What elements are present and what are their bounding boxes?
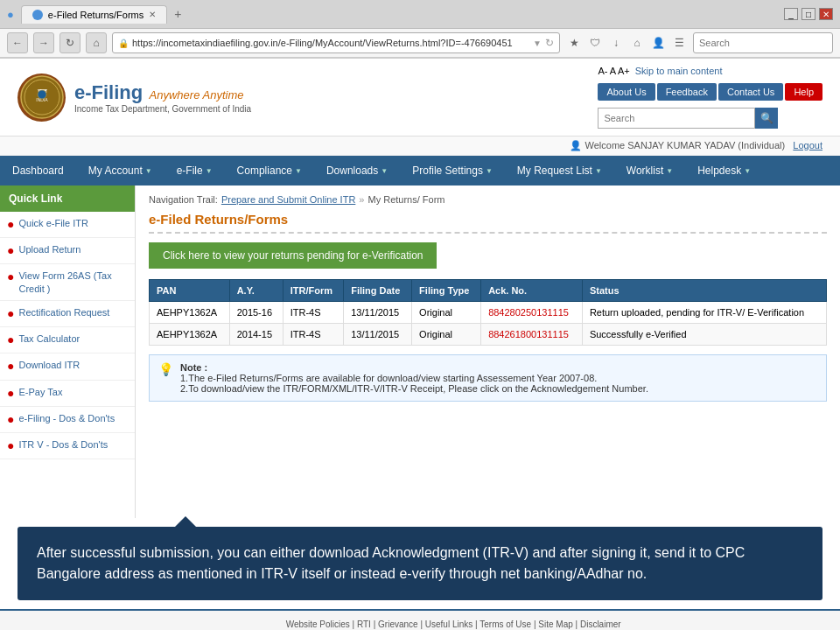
sidebar: Quick Link ● Quick e-File ITR ● Upload R… [0, 186, 136, 518]
footer-links: Website Policies | RTI | Grievance | Use… [260, 618, 648, 630]
nav-helpdesk[interactable]: Helpdesk ▼ [685, 156, 763, 186]
tooltip-text: After successful submission, you can eit… [37, 545, 745, 581]
svg-point-4 [38, 90, 46, 99]
logo-area: भारत INDIA e-Filing Anywhere Anytime Inc… [18, 74, 251, 122]
nav-arrow: ▼ [145, 167, 152, 175]
feedback-btn[interactable]: Feedback [657, 83, 717, 101]
nav-home-icon[interactable]: ⌂ [628, 34, 646, 52]
nav-icons: ★ 🛡 ↓ ⌂ 👤 ☰ [565, 34, 688, 52]
bullet-icon: ● [7, 358, 14, 374]
active-tab[interactable]: e-Filed Returns/Forms ✕ [21, 5, 167, 24]
sidebar-item-efiling-dos[interactable]: ● e-Filing - Dos & Don'ts [0, 407, 135, 433]
nav-worklist[interactable]: Worklist ▼ [614, 156, 685, 186]
cell-ack-no[interactable]: 884280250131115 [481, 302, 583, 324]
nav-my-account[interactable]: My Account ▼ [76, 156, 164, 186]
url-bar[interactable]: 🔒 https://incometaxindiaefiling.gov.in/e… [112, 32, 560, 53]
nav-profile-settings[interactable]: Profile Settings ▼ [400, 156, 505, 186]
sidebar-item-upload-return[interactable]: ● Upload Return [0, 238, 135, 264]
forward-btn[interactable]: → [33, 32, 54, 53]
contact-us-btn[interactable]: Contact Us [718, 83, 783, 101]
tooltip-arrow [175, 516, 196, 527]
sidebar-item-rectification[interactable]: ● Rectification Request [0, 301, 135, 327]
footer-link-terms[interactable]: Terms of Use [480, 620, 531, 629]
help-btn[interactable]: Help [785, 83, 822, 101]
col-ack-no: Ack. No. [481, 280, 583, 302]
website: भारत INDIA e-Filing Anywhere Anytime Inc… [0, 59, 840, 630]
browser-search-input[interactable] [693, 32, 833, 53]
shield-icon[interactable]: 🛡 [586, 34, 604, 52]
back-btn[interactable]: ← [7, 32, 28, 53]
page-title: e-Filed Returns/Forms [149, 212, 827, 234]
nav-arrow: ▼ [486, 167, 493, 175]
url-dropdown-icon[interactable]: ▼ [533, 38, 542, 48]
maximize-btn[interactable]: □ [802, 8, 816, 20]
site-subtitle: Income Tax Department, Government of Ind… [74, 104, 251, 114]
sidebar-item-download-itr[interactable]: ● Download ITR [0, 354, 135, 380]
bullet-icon: ● [7, 216, 14, 232]
sidebar-item-tax-calculator[interactable]: ● Tax Calculator [0, 327, 135, 354]
site-search-input[interactable] [598, 108, 755, 129]
nav-compliance[interactable]: Compliance ▼ [225, 156, 314, 186]
url-text: https://incometaxindiaefiling.gov.in/e-F… [132, 38, 529, 48]
nav-arrow: ▼ [666, 167, 673, 175]
sidebar-item-epay-tax[interactable]: ● E-Pay Tax [0, 381, 135, 407]
site-search-btn[interactable]: 🔍 [755, 108, 778, 129]
lock-icon: 🔒 [118, 38, 129, 48]
returns-table: PAN A.Y. ITR/Form Filing Date Filing Typ… [149, 279, 827, 346]
footer-link-disclaimer[interactable]: Disclaimer [580, 620, 621, 629]
url-refresh-icon[interactable]: ↻ [545, 37, 554, 49]
breadcrumb-link[interactable]: Prepare and Submit Online ITR [221, 194, 355, 205]
search-area: 🔍 [598, 108, 778, 129]
about-us-btn[interactable]: About Us [598, 83, 654, 101]
nav-efile[interactable]: e-File ▼ [164, 156, 225, 186]
note-content: Note : 1.The e-Filed Returns/Forms are a… [180, 362, 648, 394]
bullet-icon: ● [7, 269, 14, 284]
nav-arrow: ▼ [744, 167, 751, 175]
footer-link-policies[interactable]: Website Policies [286, 620, 350, 629]
breadcrumb-arrow: » [359, 194, 364, 205]
user-icon[interactable]: 👤 [649, 34, 667, 52]
browser-logo: ● [7, 8, 14, 21]
minimize-btn[interactable]: _ [784, 8, 798, 20]
skip-link[interactable]: Skip to main content [635, 66, 723, 76]
sidebar-item-itrv-dos[interactable]: ● ITR V - Dos & Don'ts [0, 433, 135, 459]
logo-emblem: भारत INDIA [18, 74, 66, 122]
home-btn[interactable]: ⌂ [86, 32, 107, 53]
cell-status: Return uploaded, pending for ITR-V/ E-Ve… [582, 302, 826, 324]
footer-link-grievance[interactable]: Grievance [378, 620, 418, 629]
reload-btn[interactable]: ↻ [60, 32, 80, 53]
main-content: Navigation Trail: Prepare and Submit Onl… [136, 186, 840, 518]
new-tab-btn[interactable]: + [167, 4, 188, 24]
nav-downloads[interactable]: Downloads ▼ [314, 156, 400, 186]
footer-link-useful[interactable]: Useful Links [425, 620, 472, 629]
tab-close-btn[interactable]: ✕ [149, 10, 156, 19]
note-icon: 💡 [158, 362, 173, 394]
bullet-icon: ● [7, 438, 14, 453]
logout-link[interactable]: Logout [793, 140, 822, 150]
sidebar-item-form26as[interactable]: ● View Form 26AS (Tax Credit ) [0, 264, 135, 301]
bullet-icon: ● [7, 332, 14, 347]
nav-dashboard[interactable]: Dashboard [0, 156, 76, 186]
footer-link-sitemap[interactable]: Site Map [538, 620, 572, 629]
bullet-icon: ● [7, 305, 14, 321]
sidebar-item-quick-efile[interactable]: ● Quick e-File ITR [0, 212, 135, 238]
tab-icon [32, 10, 43, 20]
cell-status: Successfully e-Verified [582, 324, 826, 346]
nav-request-list[interactable]: My Request List ▼ [505, 156, 614, 186]
bookmark-icon[interactable]: ★ [565, 34, 583, 52]
col-pan: PAN [150, 280, 230, 302]
bullet-icon: ● [7, 385, 14, 401]
close-btn[interactable]: ✕ [819, 8, 833, 20]
download-icon[interactable]: ↓ [607, 34, 625, 52]
main-nav: Dashboard My Account ▼ e-File ▼ Complian… [0, 156, 840, 186]
breadcrumb: Navigation Trail: Prepare and Submit Onl… [149, 194, 827, 205]
text-size-controls: A- A A+ [598, 66, 629, 76]
menu-icon[interactable]: ☰ [670, 34, 688, 52]
cell-ack-no[interactable]: 884261800131115 [481, 324, 583, 346]
cell-filing-type: Original [412, 324, 481, 346]
footer-link-rti[interactable]: RTI [357, 620, 371, 629]
header-nav: A- A A+ Skip to main content About Us Fe… [598, 66, 822, 129]
cell-filing-date: 13/11/2015 [344, 324, 412, 346]
note-line-1: 1.The e-Filed Returns/Forms are availabl… [180, 373, 597, 383]
verify-returns-btn[interactable]: Click here to view your returns pending … [149, 242, 437, 269]
